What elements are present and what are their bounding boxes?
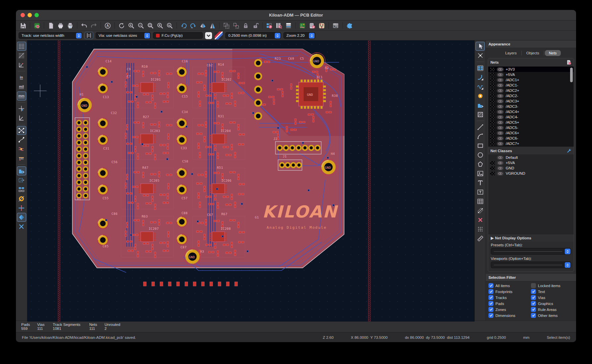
net-color-swatch[interactable] [490, 78, 495, 82]
filter-dimensions[interactable]: Dimensions [488, 313, 531, 318]
net-row[interactable]: +5VA [488, 72, 574, 77]
via-outline-mode-button[interactable] [17, 194, 26, 203]
visibility-eye-icon[interactable] [497, 104, 504, 109]
visibility-eye-icon[interactable] [497, 166, 504, 170]
tune-length-button[interactable] [476, 82, 485, 91]
visibility-eye-icon[interactable] [497, 67, 504, 72]
redo-button[interactable] [89, 21, 98, 30]
net-class-color-swatch[interactable] [490, 172, 495, 175]
presets-select[interactable] [491, 248, 571, 255]
tab-nets[interactable]: Nets [545, 50, 561, 56]
net-row[interactable]: /ADC5+ [488, 120, 574, 125]
local-ratsnest-button[interactable] [17, 154, 26, 163]
net-color-swatch[interactable] [490, 94, 495, 98]
net-class-row[interactable]: +5VA [488, 160, 574, 165]
add-dimension-button[interactable] [476, 206, 485, 215]
page-settings-button[interactable] [46, 21, 55, 30]
grid-size-dropdown[interactable]: 0.2500 mm (0.0098 in) [225, 32, 281, 39]
filter-text[interactable]: Text [531, 289, 573, 294]
layer-pair-indicator[interactable] [214, 32, 223, 39]
rotate-ccw-button[interactable] [179, 21, 188, 30]
visibility-eye-icon[interactable] [497, 131, 504, 135]
pad-fill-mode-button[interactable] [17, 166, 26, 175]
zoom-fit-page-button[interactable] [146, 21, 155, 30]
find-button[interactable]: A [103, 21, 112, 30]
visibility-eye-icon[interactable] [497, 120, 504, 125]
board-stackup-button[interactable] [284, 21, 293, 30]
layer-dropdown-button[interactable] [205, 32, 212, 39]
grid-visibility-button[interactable] [17, 42, 26, 51]
tab-objects[interactable]: Objects [522, 50, 543, 56]
draw-line-button[interactable] [476, 123, 485, 132]
compare-footprints-button[interactable] [317, 21, 326, 30]
zoom-button[interactable] [35, 13, 39, 17]
net-color-swatch[interactable] [490, 73, 495, 77]
select-tool-button[interactable] [476, 42, 485, 51]
lock-button[interactable] [241, 21, 250, 30]
visibility-eye-icon[interactable] [497, 155, 504, 160]
grid-overrides-button[interactable] [17, 51, 26, 60]
full-window-crosshair-button[interactable] [17, 104, 26, 113]
visibility-eye-icon[interactable] [497, 99, 504, 103]
grid-origin-button[interactable] [476, 225, 485, 234]
filter-all-items[interactable]: All items [488, 283, 531, 288]
checkbox-checked[interactable] [531, 313, 536, 318]
filter-pads[interactable]: Pads [488, 301, 531, 306]
net-color-swatch[interactable] [490, 84, 495, 87]
footprint-library-browser-button[interactable] [274, 21, 283, 30]
net-class-color-swatch[interactable] [490, 166, 495, 170]
units-mm-button[interactable]: mm [17, 91, 26, 100]
visibility-eye-icon[interactable] [497, 136, 504, 141]
plot-button[interactable] [66, 21, 75, 30]
draw-rectangle-button[interactable] [476, 141, 485, 150]
undo-button[interactable] [80, 21, 89, 30]
visibility-eye-icon[interactable] [497, 110, 504, 114]
visibility-eye-icon[interactable] [497, 126, 504, 130]
dim-inactive-layers-button[interactable] [17, 222, 26, 231]
units-mils-button[interactable]: mil [17, 82, 26, 91]
checkbox-checked[interactable] [488, 301, 493, 306]
minimize-button[interactable] [28, 13, 32, 17]
ungroup-button[interactable] [232, 21, 241, 30]
delete-tool-button[interactable] [476, 215, 485, 224]
design-rules-check-button[interactable] [308, 21, 317, 30]
unlock-button[interactable] [251, 21, 260, 30]
units-inches-button[interactable]: in [17, 73, 26, 82]
measure-tool-button[interactable] [476, 234, 485, 243]
net-row[interactable]: /ADC4- [488, 114, 574, 120]
board-setup-button[interactable] [33, 21, 41, 30]
mirror-view-button[interactable] [208, 21, 217, 30]
filter-footprints[interactable]: Footprints [488, 289, 531, 294]
net-color-swatch[interactable] [490, 131, 495, 135]
net-color-swatch[interactable] [490, 137, 495, 140]
visibility-eye-icon[interactable] [497, 83, 504, 88]
checkbox-checked[interactable] [488, 289, 493, 294]
net-class-color-swatch[interactable] [490, 161, 495, 165]
visibility-eye-icon[interactable] [497, 94, 504, 98]
net-color-swatch[interactable] [490, 89, 495, 92]
net-color-swatch[interactable] [490, 121, 495, 124]
checkbox-checked[interactable] [531, 307, 536, 312]
net-class-row[interactable]: Default [488, 155, 574, 160]
draw-circle-button[interactable] [476, 151, 485, 159]
visibility-eye-icon[interactable] [497, 89, 504, 93]
filter-tracks[interactable]: Tracks [488, 295, 531, 300]
net-row[interactable]: /ADC1- [488, 83, 574, 88]
net-row[interactable]: /ADC4+ [488, 109, 574, 114]
net-row[interactable]: /ADC2+ [488, 88, 574, 93]
checkbox-checked[interactable] [488, 283, 493, 288]
visibility-eye-icon[interactable] [497, 73, 504, 77]
net-color-swatch[interactable] [490, 115, 495, 119]
group-button[interactable] [222, 21, 231, 30]
update-pcb-from-schematic-button[interactable] [298, 21, 307, 30]
net-color-swatch[interactable] [490, 99, 495, 103]
edit-footprints-button[interactable] [265, 21, 274, 30]
draw-arc-button[interactable] [476, 132, 485, 141]
net-row[interactable]: /ADC5- [488, 125, 574, 130]
zoom-to-selection-button[interactable] [165, 21, 174, 30]
net-color-swatch[interactable] [490, 142, 495, 146]
zoom-out-button[interactable] [136, 21, 145, 30]
pad-outline-mode-button[interactable] [17, 176, 26, 185]
add-text-button[interactable] [476, 178, 485, 187]
net-row[interactable]: /ADC3+ [488, 98, 574, 104]
